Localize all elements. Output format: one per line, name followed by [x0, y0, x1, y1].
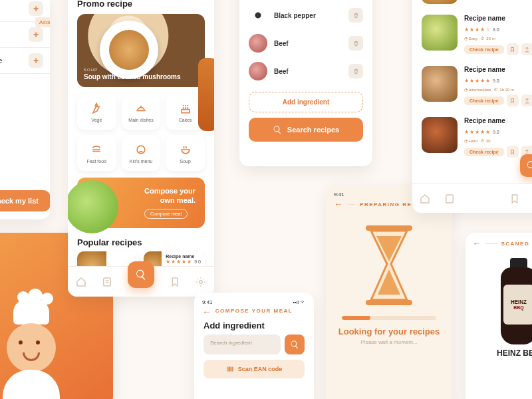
add-ingredient-button[interactable]: Add ingredient [249, 92, 363, 112]
results-screen: Check recipe Recipe name ★★★★☆8.0 ◔ Easy… [412, 0, 532, 213]
ingredient-row: Beef [239, 29, 372, 57]
bottom-nav [412, 184, 532, 213]
ingredient-name: Black pepper [274, 12, 342, 19]
difficulty-tag: ◔ Hard [464, 138, 477, 143]
bookmark-icon[interactable] [169, 276, 181, 288]
difficulty-tag: ◔ Easy [464, 36, 477, 41]
ingredient-image [249, 6, 267, 25]
compose-screen: 9:41••ıl ᯤ ← COMPOSE YOUR MEAL Add ingre… [194, 293, 314, 399]
promo-card[interactable]: SOUP Soup with cooked mushrooms [77, 14, 205, 87]
share-button[interactable] [521, 43, 532, 55]
check-recipe-button[interactable]: Check recipe [464, 148, 504, 156]
ingredient-label: Juice [0, 57, 2, 65]
scanned-screen: ← SCANED PRODUCT HEINZ BBQ HEINZ BBQ [466, 233, 532, 399]
promo-heading: Promo recipe [68, 0, 214, 14]
shopping-list-screen: Added to list + + Juice + Check my list [0, 0, 50, 219]
ingredient-name: Beef [274, 40, 342, 47]
recipe-image [422, 15, 458, 51]
promo-card-next[interactable] [198, 58, 214, 131]
add-item-button[interactable]: + [29, 53, 43, 68]
time-tag: ⏱ 25 m [481, 36, 495, 41]
variant-label: BBQ [511, 305, 527, 311]
progress-bar [342, 316, 436, 320]
time-tag: ⏱ 1h 20 m [494, 87, 514, 92]
check-recipe-button[interactable]: Check recipe [464, 96, 504, 105]
loading-subtitle: Please wait a moment... [326, 339, 452, 345]
promo-tag: SOUP [84, 68, 181, 72]
hourglass-icon [359, 225, 419, 305]
bookmark-button[interactable] [507, 94, 519, 106]
category-vege[interactable]: Vege [77, 94, 116, 130]
loading-screen: 9:41••ıl ᯤ ← PREPARING RECIPES Looking f… [326, 185, 452, 399]
share-icon [524, 47, 530, 53]
delete-button[interactable] [348, 64, 363, 78]
bookmark-icon [509, 98, 515, 104]
svg-rect-3 [446, 195, 454, 203]
recipe-row[interactable]: Recipe name ★★★★★9.0 ◔ Intermediate⏱ 1h … [412, 62, 532, 113]
bookmark-icon [509, 149, 515, 155]
scan-button[interactable]: Scan EAN code [203, 360, 305, 378]
salad-image [68, 180, 118, 233]
search-icon [273, 125, 282, 134]
home-icon[interactable] [419, 193, 431, 205]
add-item-button[interactable]: + [29, 27, 43, 42]
recipe-row[interactable]: Recipe name ★★★★☆8.0 ◔ Easy⏱ 25 m Check … [412, 11, 532, 62]
list-icon[interactable] [444, 193, 456, 205]
bottom-nav [68, 266, 214, 297]
home-icon[interactable] [75, 276, 87, 288]
recipe-name: Recipe name [166, 254, 201, 259]
bookmark-icon[interactable] [509, 193, 521, 205]
stars-icon: ★★★★☆ [464, 27, 491, 33]
trash-icon [352, 40, 360, 47]
category-soup[interactable]: Soup [166, 135, 205, 171]
check-list-button[interactable]: Check my list [0, 190, 50, 211]
compose-title: Compose your own meal. [144, 187, 196, 204]
promo-title: Soup with cooked mushrooms [84, 73, 181, 80]
cake-icon [179, 102, 192, 115]
ingredient-row: Black pepper [239, 1, 372, 29]
add-item-button[interactable]: + [29, 1, 43, 16]
compose-cta[interactable]: Compose meal [144, 209, 188, 219]
recipe-image [422, 0, 458, 4]
delete-button[interactable] [348, 8, 363, 23]
compose-banner[interactable]: Compose your own meal. Compose meal [77, 178, 205, 228]
category-kids[interactable]: Kid's menu [122, 135, 161, 171]
carrot-icon [90, 102, 103, 115]
trash-icon [352, 12, 360, 19]
settings-icon[interactable] [195, 276, 207, 288]
bookmark-button[interactable] [507, 43, 519, 55]
soup-icon [179, 143, 192, 156]
category-main[interactable]: Main dishes [122, 94, 161, 130]
search-fab[interactable] [128, 261, 154, 288]
check-recipe-button[interactable]: Check recipe [464, 45, 504, 54]
list-icon[interactable] [101, 276, 113, 288]
search-icon [135, 269, 147, 281]
added-chip: Added to list [35, 17, 50, 27]
recipe-row[interactable]: Recipe name ★★★★★9.0 ◔ Hard⏱ 3h Check re… [412, 113, 532, 164]
difficulty-tag: ◔ Intermediate [464, 87, 491, 92]
ingredient-row: Beef [239, 57, 372, 85]
back-button[interactable]: ← [334, 199, 343, 209]
search-recipes-button[interactable]: Search recipes [249, 118, 363, 142]
category-fastfood[interactable]: Fast food [77, 135, 116, 171]
bookmark-icon [509, 47, 515, 53]
delete-button[interactable] [348, 36, 363, 51]
product-image: HEINZ BBQ [495, 258, 532, 344]
stars-icon: ★★★★★ [166, 259, 192, 265]
search-fab[interactable] [520, 154, 532, 177]
loading-title: Looking for your recipes [326, 327, 452, 336]
bookmark-button[interactable] [507, 146, 519, 158]
add-heading: Add ingredient [194, 314, 314, 334]
kid-icon [134, 143, 148, 156]
svg-point-0 [137, 146, 145, 154]
search-button[interactable] [285, 334, 305, 354]
dish-icon [134, 102, 148, 115]
search-icon [290, 340, 299, 349]
screen-header: SCANED PRODUCT [501, 241, 532, 247]
share-button[interactable] [521, 94, 532, 106]
time-tag: ⏱ 3h [481, 138, 491, 143]
search-input[interactable]: Search ingredient [203, 334, 281, 354]
back-button[interactable]: ← [472, 238, 481, 249]
ingredient-image [249, 62, 267, 80]
recipe-name: Recipe name [464, 117, 532, 124]
